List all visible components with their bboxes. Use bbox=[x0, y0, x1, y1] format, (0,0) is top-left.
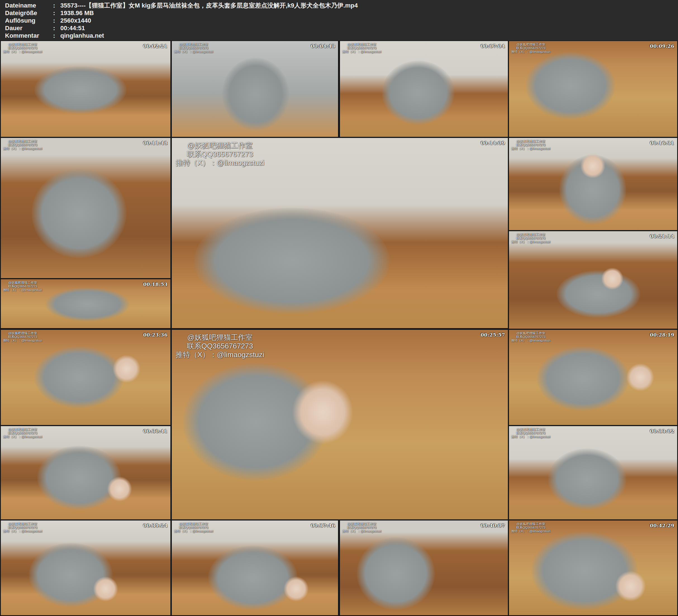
figure-placeholder bbox=[208, 546, 298, 610]
filename-value: 35573----【狸猫工作室】女M kig多层马油丝袜全包，皮革头套多层息室差… bbox=[60, 2, 678, 9]
comment-value: qinglanhua.net bbox=[60, 32, 678, 39]
field-separator: : bbox=[53, 9, 60, 17]
video-thumbnail: @妖狐吧狸猫工作室联系QQ3656767273推特（X）：@limaogzstu… bbox=[340, 521, 508, 615]
doll-face-placeholder bbox=[580, 153, 605, 179]
video-thumbnail: @妖狐吧狸猫工作室联系QQ3656767273推特（X）：@limaogzstu… bbox=[172, 521, 338, 615]
figure-placeholder bbox=[37, 446, 121, 510]
file-info-row: Dateigröße : 1938.96 MB bbox=[5, 9, 678, 17]
video-thumbnail-large: @妖狐吧狸猫工作室联系QQ3656767273推特（X）：@limaogzstu… bbox=[172, 330, 508, 519]
timestamp-badge: 00:23:36 bbox=[143, 332, 167, 338]
timestamp-badge: 00:14:09 bbox=[481, 140, 505, 146]
figure-placeholder bbox=[45, 287, 129, 321]
studio-watermark: @妖狐吧狸猫工作室联系QQ3656767273推特（X）：@limaogzstu… bbox=[3, 140, 42, 151]
figure-placeholder bbox=[526, 52, 615, 119]
studio-watermark: @妖狐吧狸猫工作室联系QQ3656767273推特（X）：@limaogzstu… bbox=[511, 233, 550, 244]
doll-face-placeholder bbox=[292, 380, 353, 444]
studio-watermark: @妖狐吧狸猫工作室联系QQ3656767273推特（X）：@limaogzstu… bbox=[511, 140, 550, 151]
timestamp-badge: 00:40:07 bbox=[481, 523, 505, 528]
file-info-row: Dauer : 00:44:51 bbox=[5, 24, 678, 32]
field-label: Dateiname bbox=[5, 2, 53, 9]
video-thumbnail: @妖狐吧狸猫工作室联系QQ3656767273推特（X）：@limaogzstu… bbox=[509, 330, 677, 425]
video-thumbnail: @妖狐吧狸猫工作室联系QQ3656767273推特（X）：@limaogzstu… bbox=[1, 330, 171, 425]
studio-watermark: @妖狐吧狸猫工作室联系QQ3656767273推特（X）：@limaogzstu… bbox=[3, 332, 42, 342]
video-thumbnail: @妖狐吧狸猫工作室联系QQ3656767273推特（X）：@limaogzstu… bbox=[1, 41, 171, 137]
studio-watermark: @妖狐吧狸猫工作室联系QQ3656767273推特（X）：@limaogzstu… bbox=[3, 428, 42, 439]
field-separator: : bbox=[53, 24, 60, 32]
studio-watermark: @妖狐吧狸猫工作室联系QQ3656767273推特（X）：@limaogzstu… bbox=[511, 332, 550, 342]
video-thumbnail: @妖狐吧狸猫工作室联系QQ3656767273推特（X）：@limaogzstu… bbox=[509, 426, 677, 519]
field-label: Dateigröße bbox=[5, 9, 53, 17]
doll-face-placeholder bbox=[107, 476, 132, 502]
studio-watermark: @妖狐吧狸猫工作室联系QQ3656767273推特（X）：@limaogzstu… bbox=[174, 522, 213, 533]
video-thumbnail-large: @妖狐吧狸猫工作室联系QQ3656767273推特（X）：@limaogzstu… bbox=[172, 138, 508, 328]
studio-watermark: @妖狐吧狸猫工作室联系QQ3656767273推特（X）：@limaogzstu… bbox=[3, 281, 42, 292]
studio-watermark: @妖狐吧狸猫工作室联系QQ3656767273推特（X）：@limaogzstu… bbox=[3, 43, 42, 53]
filesize-value: 1938.96 MB bbox=[60, 9, 678, 17]
timestamp-badge: 00:04:43 bbox=[311, 43, 335, 49]
video-thumbnail: @妖狐吧狸猫工作室联系QQ3656767273推特（X）：@limaogzstu… bbox=[172, 41, 338, 137]
studio-watermark: @妖狐吧狸猫工作室联系QQ3656767273推特（X）：@limaogzstu… bbox=[342, 522, 381, 533]
field-separator: : bbox=[53, 32, 60, 39]
video-thumbnail: @妖狐吧狸猫工作室联系QQ3656767273推特（X）：@limaogzstu… bbox=[1, 279, 171, 328]
timestamp-badge: 00:02:21 bbox=[143, 43, 167, 49]
doll-face-placeholder bbox=[615, 571, 646, 602]
video-thumbnail: @妖狐吧狸猫工作室联系QQ3656767273推特（X）：@limaogzstu… bbox=[509, 231, 677, 329]
file-info-row: Kommentar : qinglanhua.net bbox=[5, 32, 678, 39]
studio-watermark: @妖狐吧狸猫工作室联系QQ3656767273推特（X）：@limaogzstu… bbox=[342, 43, 381, 53]
field-label: Auflösung bbox=[5, 17, 53, 24]
doll-face-placeholder bbox=[113, 355, 141, 383]
studio-watermark: @妖狐吧狸猫工作室联系QQ3656767273推特（X）：@limaogzstu… bbox=[511, 522, 550, 533]
timestamp-badge: 00:28:19 bbox=[650, 332, 674, 338]
file-info-row: Dateiname : 35573----【狸猫工作室】女M kig多层马油丝袜… bbox=[5, 2, 678, 9]
video-thumbnail: @妖狐吧狸猫工作室联系QQ3656767273推特（X）：@limaogzstu… bbox=[340, 41, 508, 137]
video-thumbnail: @妖狐吧狸猫工作室联系QQ3656767273推特（X）：@limaogzstu… bbox=[1, 138, 171, 278]
figure-placeholder bbox=[194, 208, 390, 314]
figure-placeholder bbox=[34, 347, 124, 408]
field-label: Kommentar bbox=[5, 32, 53, 39]
studio-watermark: @妖狐吧狸猫工作室联系QQ3656767273推特（X）：@limaogzstu… bbox=[176, 141, 264, 167]
doll-face-placeholder bbox=[284, 576, 309, 602]
timestamp-badge: 00:11:48 bbox=[143, 140, 167, 146]
figure-placeholder bbox=[382, 61, 454, 125]
video-thumbnail: @妖狐吧狸猫工作室联系QQ3656767273推特（X）：@limaogzstu… bbox=[509, 41, 677, 137]
doll-face-placeholder bbox=[601, 268, 624, 290]
timestamp-badge: 00:21:14 bbox=[650, 233, 674, 239]
figure-placeholder bbox=[222, 58, 289, 130]
timestamp-badge: 00:07:04 bbox=[481, 43, 505, 49]
figure-placeholder bbox=[537, 347, 629, 411]
timestamp-badge: 00:18:53 bbox=[143, 281, 167, 287]
timestamp-badge: 00:37:46 bbox=[311, 523, 335, 528]
figure-placeholder bbox=[357, 537, 435, 610]
studio-watermark: @妖狐吧狸猫工作室联系QQ3656767273推特（X）：@limaogzstu… bbox=[176, 333, 264, 359]
figure-placeholder bbox=[548, 449, 626, 510]
figure-placeholder bbox=[32, 169, 126, 258]
timestamp-badge: 00:25:57 bbox=[481, 332, 505, 338]
video-thumbnail: @妖狐吧狸猫工作室联系QQ3656767273推特（X）：@limaogzstu… bbox=[1, 426, 171, 519]
timestamp-badge: 00:16:31 bbox=[650, 140, 674, 146]
doll-face-placeholder bbox=[626, 363, 654, 391]
studio-watermark: @妖狐吧狸猫工作室联系QQ3656767273推特（X）：@limaogzstu… bbox=[511, 428, 550, 439]
field-label: Dauer bbox=[5, 24, 53, 32]
timestamp-badge: 00:33:02 bbox=[650, 428, 674, 434]
field-separator: : bbox=[53, 2, 60, 9]
figure-placeholder bbox=[34, 66, 126, 114]
doll-face-placeholder bbox=[93, 576, 118, 602]
timestamp-badge: 00:42:29 bbox=[650, 523, 674, 528]
studio-watermark: @妖狐吧狸猫工作室联系QQ3656767273推特（X）：@limaogzstu… bbox=[174, 43, 213, 53]
file-info-row: Auflösung : 2560x1440 bbox=[5, 17, 678, 24]
studio-watermark: @妖狐吧狸猫工作室联系QQ3656767273推特（X）：@limaogzstu… bbox=[3, 522, 42, 533]
timestamp-badge: 00:35:24 bbox=[143, 523, 167, 528]
field-separator: : bbox=[53, 17, 60, 24]
video-thumbnail: @妖狐吧狸猫工作室联系QQ3656767273推特（X）：@limaogzstu… bbox=[1, 521, 171, 615]
resolution-value: 2560x1440 bbox=[60, 17, 678, 24]
video-thumbnail: @妖狐吧狸猫工作室联系QQ3656767273推特（X）：@limaogzstu… bbox=[509, 138, 677, 230]
studio-watermark: @妖狐吧狸猫工作室联系QQ3656767273推特（X）：@limaogzstu… bbox=[511, 43, 550, 53]
timestamp-badge: 00:09:26 bbox=[650, 43, 674, 49]
video-thumbnail: @妖狐吧狸猫工作室联系QQ3656767273推特（X）：@limaogzstu… bbox=[509, 521, 677, 615]
duration-value: 00:44:51 bbox=[60, 24, 678, 32]
figure-placeholder bbox=[557, 270, 640, 318]
timestamp-badge: 00:30:41 bbox=[143, 428, 167, 434]
file-info-header: Dateiname : 35573----【狸猫工作室】女M kig多层马油丝袜… bbox=[0, 0, 678, 40]
